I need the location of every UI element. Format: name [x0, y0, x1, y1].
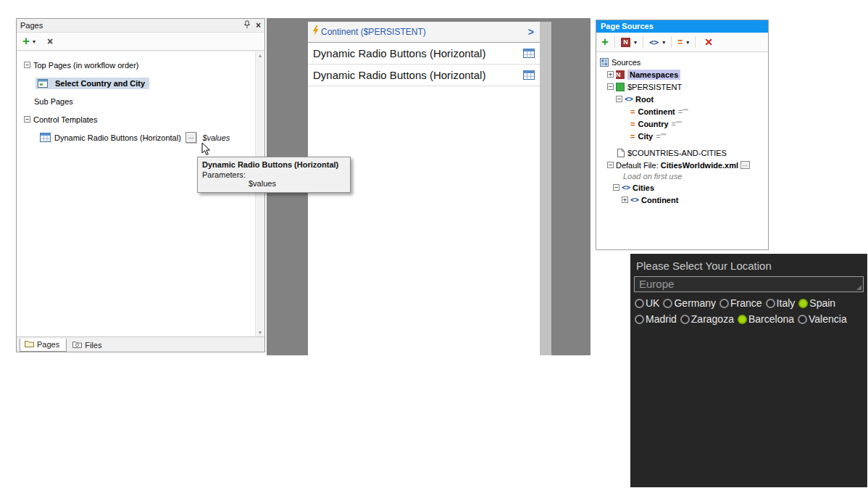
- namespace-caret-icon[interactable]: ▾: [634, 39, 637, 46]
- tree-item-control-templates[interactable]: − Control Templates: [24, 112, 264, 127]
- radio-option-zaragoza[interactable]: Zaragoza: [680, 313, 734, 325]
- sources-label: Sources: [612, 58, 640, 67]
- add-page-button[interactable]: +: [22, 36, 30, 47]
- collapse-icon[interactable]: −: [616, 96, 622, 102]
- collapse-icon[interactable]: −: [613, 184, 619, 191]
- radio-icon: [798, 315, 807, 324]
- tree-item-attr-country[interactable]: = Country ="": [598, 117, 766, 130]
- selected-page-label: Select Country and City: [55, 79, 145, 88]
- design-scrollbar[interactable]: [540, 22, 551, 355]
- cities-label: Cities: [633, 183, 654, 192]
- root-label: Root: [635, 95, 654, 104]
- page-sources-toolbar: + N ▾ <> ▾ = ▾ ✕: [596, 33, 768, 52]
- collapse-icon[interactable]: −: [607, 162, 614, 168]
- delete-page-button[interactable]: ×: [47, 36, 53, 47]
- radio-option-uk[interactable]: UK: [635, 297, 659, 309]
- add-attribute-icon[interactable]: =: [677, 37, 683, 47]
- tree-item-top-pages[interactable]: − Top Pages (in workflow order): [24, 57, 264, 73]
- toolbar-separator: [671, 36, 672, 48]
- tab-pages[interactable]: Pages: [20, 339, 67, 352]
- close-icon[interactable]: ×: [256, 22, 261, 29]
- chevron-right-icon[interactable]: >: [528, 26, 534, 38]
- collapse-icon[interactable]: −: [607, 83, 614, 90]
- radio-icon: [663, 299, 672, 308]
- tree-item-root[interactable]: − <> Root: [598, 93, 766, 105]
- pages-scrollbar[interactable]: ▲ ▼: [255, 51, 264, 336]
- toolbar-separator: [695, 36, 696, 48]
- page-sources-tree: Sources + N Namespaces − $PERSISTENT − <…: [596, 52, 768, 210]
- template-tooltip: Dynamic Radio Buttons (Horizontal) Param…: [197, 157, 351, 193]
- add-source-button[interactable]: +: [601, 36, 609, 48]
- radio-icon: [766, 299, 775, 308]
- radio-icon: [798, 299, 808, 308]
- tree-item-template[interactable]: Dynamic Radio Buttons (Horizontal) ... $…: [24, 130, 264, 145]
- radio-option-madrid[interactable]: Madrid: [635, 313, 677, 325]
- dynamic-radio-control-1[interactable]: Dynamic Radio Buttons (Horizontal): [308, 43, 540, 65]
- tree-item-attr-city[interactable]: = City ="": [598, 130, 766, 142]
- mouse-cursor: [201, 142, 211, 159]
- continent-combobox[interactable]: Europe: [634, 276, 864, 292]
- tree-item-namespaces[interactable]: + N Namespaces: [598, 68, 766, 80]
- default-file-value: CitiesWorldwide.xml: [661, 161, 738, 170]
- control-label: Dynamic Radio Buttons (Horizontal): [313, 69, 485, 81]
- tree-item-sub-pages[interactable]: Sub Pages: [24, 94, 264, 109]
- radio-option-spain[interactable]: Spain: [798, 297, 835, 309]
- browse-file-button[interactable]: ...: [740, 161, 750, 169]
- tab-pages-label: Pages: [37, 340, 59, 349]
- radio-option-italy[interactable]: Italy: [766, 297, 796, 309]
- collapse-icon[interactable]: −: [24, 116, 30, 123]
- radio-option-valencia[interactable]: Valencia: [798, 313, 847, 325]
- expand-icon[interactable]: +: [607, 71, 614, 78]
- tree-item-continent-node[interactable]: + <> Continent: [598, 194, 766, 206]
- radio-icon: [738, 315, 747, 324]
- tooltip-title: Dynamic Radio Buttons (Horizontal): [202, 160, 346, 169]
- radio-option-germany[interactable]: Germany: [663, 297, 716, 309]
- element-caret-icon[interactable]: ▾: [662, 39, 665, 46]
- tree-item-attr-continent[interactable]: = Continent ="": [598, 105, 766, 117]
- pages-toolbar: + ▾ ×: [17, 32, 264, 51]
- preview-title: Please Select Your Location: [630, 254, 867, 274]
- attribute-caret-icon[interactable]: ▾: [686, 39, 689, 46]
- tree-item-persistent[interactable]: − $PERSISTENT: [598, 80, 766, 93]
- selected-page-highlight: Select Country and City: [36, 78, 149, 89]
- radio-icon: [635, 315, 644, 324]
- scroll-up-icon[interactable]: ▲: [258, 53, 263, 58]
- countries-source-label: $COUNTRIES-AND-CITIES: [627, 149, 727, 157]
- tree-item-sources[interactable]: Sources: [598, 56, 766, 68]
- radio-label: UK: [646, 297, 659, 309]
- control-label: Dynamic Radio Buttons (Horizontal): [313, 47, 485, 59]
- radio-label: France: [730, 297, 762, 309]
- attribute-name: City: [638, 132, 653, 141]
- tree-item-countries-source[interactable]: $COUNTRIES-AND-CITIES: [598, 146, 766, 159]
- pages-titlebar: Pages ×: [17, 19, 264, 32]
- app-canvas: Pages × + ▾ × − Top Pages (in workflow o…: [0, 0, 868, 488]
- tooltip-parameters-label: Parameters:: [202, 170, 346, 179]
- namespace-icon[interactable]: N: [621, 38, 630, 47]
- radio-label: Germany: [674, 297, 716, 309]
- country-radio-group: UK Germany France Italy Spain: [630, 295, 867, 311]
- element-icon: <>: [630, 196, 639, 204]
- scroll-down-icon[interactable]: ▼: [258, 330, 263, 335]
- radio-label: Madrid: [646, 313, 677, 325]
- tree-item-default-file[interactable]: − Default File: CitiesWorldwide.xml ...: [598, 159, 766, 171]
- add-element-icon[interactable]: <>: [649, 38, 659, 47]
- tree-item-cities[interactable]: − <> Cities: [598, 181, 766, 194]
- dynamic-radio-control-2[interactable]: Dynamic Radio Buttons (Horizontal): [308, 65, 540, 86]
- combobox-value: Europe: [639, 278, 674, 290]
- template-params-button[interactable]: ...: [185, 132, 197, 143]
- combobox-icon: [312, 25, 319, 38]
- add-page-caret-icon[interactable]: ▾: [33, 38, 36, 45]
- delete-source-button[interactable]: ✕: [704, 36, 713, 48]
- radio-label: Valencia: [809, 313, 847, 325]
- page-icon: [38, 79, 48, 88]
- combobox-control[interactable]: Continent ($PERSISTENT) >: [308, 22, 540, 43]
- radio-option-france[interactable]: France: [719, 297, 762, 309]
- table-icon: [523, 70, 535, 80]
- tab-files[interactable]: Files: [68, 339, 108, 352]
- radio-label: Barcelona: [748, 313, 794, 325]
- expand-icon[interactable]: +: [622, 197, 628, 203]
- collapse-icon[interactable]: −: [24, 62, 30, 68]
- tree-item-selected-page[interactable]: Select Country and City: [24, 75, 264, 91]
- pin-icon[interactable]: [243, 20, 251, 30]
- radio-option-barcelona[interactable]: Barcelona: [738, 313, 794, 325]
